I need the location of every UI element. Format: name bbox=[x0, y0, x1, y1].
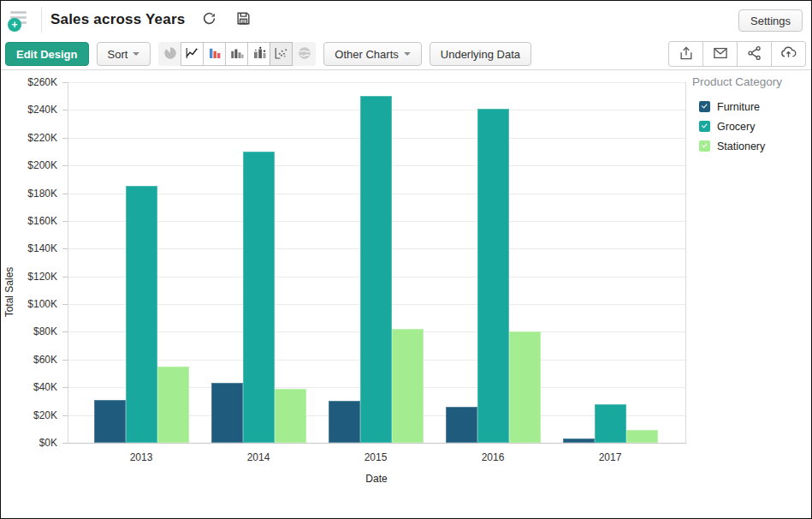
y-axis-line bbox=[68, 82, 68, 443]
x-tick-label: 2015 bbox=[324, 451, 427, 463]
y-tick-label: $240K bbox=[1, 104, 57, 116]
bar-stationery-2017[interactable] bbox=[626, 430, 658, 443]
chart-area: $0K$20K$40K$60K$80K$100K$120K$140K$160K$… bbox=[1, 70, 811, 518]
checkbox-checked-icon bbox=[699, 140, 710, 152]
scatter-chart-button[interactable] bbox=[270, 42, 293, 66]
y-tick-label: $80K bbox=[1, 325, 57, 337]
legend-label: Stationery bbox=[717, 140, 765, 152]
settings-button[interactable]: Settings bbox=[738, 9, 803, 32]
checkbox-checked-icon bbox=[699, 121, 710, 132]
hamburger-line bbox=[10, 11, 27, 14]
legend-label: Grocery bbox=[717, 121, 755, 133]
bar-marked-icon bbox=[252, 45, 267, 63]
pie-icon bbox=[163, 45, 178, 63]
menu-add-icon[interactable]: + bbox=[9, 9, 34, 31]
legend-item-furniture[interactable]: Furniture bbox=[692, 97, 808, 116]
gridline bbox=[68, 82, 685, 83]
globe-icon bbox=[297, 45, 312, 63]
checkbox-checked-icon bbox=[699, 101, 710, 112]
bar-grocery-2017[interactable] bbox=[595, 404, 626, 443]
bar-furniture-2014[interactable] bbox=[211, 383, 243, 443]
legend-title: Product Category bbox=[692, 75, 808, 88]
column-chart-icon bbox=[229, 45, 245, 63]
email-icon bbox=[712, 45, 729, 64]
x-axis-line bbox=[68, 443, 686, 444]
y-axis-title: Total Sales bbox=[3, 258, 15, 326]
bar-furniture-2015[interactable] bbox=[329, 401, 360, 443]
bar-marked-chart-button[interactable] bbox=[247, 42, 270, 66]
column-chart-button[interactable] bbox=[225, 42, 248, 66]
chevron-down-icon bbox=[133, 52, 139, 56]
bar-grocery-2016[interactable] bbox=[477, 109, 509, 443]
save-button[interactable] bbox=[233, 9, 253, 30]
line-chart-button[interactable] bbox=[181, 42, 204, 66]
x-axis-title: Date bbox=[325, 473, 428, 485]
legend-item-stationery[interactable]: Stationery bbox=[692, 136, 808, 156]
header-separator bbox=[41, 7, 42, 33]
email-button[interactable] bbox=[702, 41, 738, 67]
chart-type-group bbox=[158, 42, 316, 66]
toolbar: Edit Design Sort bbox=[1, 39, 811, 70]
plot-right-border bbox=[685, 82, 686, 443]
y-tick-label: $220K bbox=[1, 132, 57, 144]
y-tick-label: $60K bbox=[1, 354, 57, 366]
x-tick-label: 2014 bbox=[207, 451, 310, 463]
y-tick-label: $20K bbox=[1, 409, 57, 421]
chevron-down-icon bbox=[404, 52, 411, 56]
y-tick-label: $260K bbox=[1, 76, 57, 88]
x-tick-label: 2016 bbox=[442, 451, 544, 463]
share-icon bbox=[746, 45, 763, 64]
bar-stationery-2015[interactable] bbox=[392, 329, 424, 443]
bar-grocery-2013[interactable] bbox=[126, 186, 157, 443]
y-tick-label: $40K bbox=[1, 381, 57, 393]
legend-item-grocery[interactable]: Grocery bbox=[692, 116, 808, 136]
legend: Product Category Furniture Grocery Stati… bbox=[692, 75, 808, 156]
bar-chart-button[interactable] bbox=[203, 42, 226, 66]
refresh-icon bbox=[201, 10, 217, 29]
y-tick-label: $140K bbox=[1, 242, 57, 254]
app-window: + Sales across Years Settings Edit Desig… bbox=[0, 0, 812, 519]
refresh-button[interactable] bbox=[199, 9, 219, 30]
page-title: Sales across Years bbox=[50, 11, 185, 28]
edit-design-button[interactable]: Edit Design bbox=[5, 42, 89, 66]
bar-chart-colored-icon bbox=[207, 45, 222, 63]
header: + Sales across Years Settings bbox=[1, 1, 811, 39]
publish-button[interactable] bbox=[771, 41, 806, 67]
y-tick-label: $180K bbox=[1, 188, 57, 200]
export-icon bbox=[678, 45, 695, 64]
bar-stationery-2016[interactable] bbox=[509, 331, 541, 443]
bar-stationery-2013[interactable] bbox=[157, 367, 189, 443]
bar-furniture-2013[interactable] bbox=[94, 400, 126, 443]
bar-stationery-2014[interactable] bbox=[275, 389, 306, 443]
sort-button[interactable]: Sort bbox=[97, 42, 151, 66]
y-tick-label: $160K bbox=[1, 215, 57, 227]
x-tick-label: 2017 bbox=[559, 451, 661, 463]
other-charts-label: Other Charts bbox=[335, 48, 398, 61]
line-chart-icon bbox=[185, 45, 200, 63]
share-button-group bbox=[668, 41, 806, 67]
scatter-icon bbox=[274, 45, 289, 63]
sort-button-label: Sort bbox=[108, 48, 128, 61]
other-charts-button[interactable]: Other Charts bbox=[323, 42, 421, 66]
share-button[interactable] bbox=[737, 41, 772, 67]
export-button[interactable] bbox=[668, 41, 703, 67]
pie-chart-button[interactable] bbox=[158, 42, 181, 66]
y-tick-label: $200K bbox=[1, 159, 57, 171]
y-tick-label: $0K bbox=[1, 437, 57, 449]
underlying-data-button[interactable]: Underlying Data bbox=[430, 42, 531, 66]
publish-cloud-icon bbox=[779, 44, 797, 64]
bar-grocery-2014[interactable] bbox=[243, 152, 275, 443]
bar-grocery-2015[interactable] bbox=[360, 96, 392, 443]
map-chart-button[interactable] bbox=[293, 42, 316, 66]
x-tick-label: 2013 bbox=[90, 451, 193, 463]
plot-canvas: $0K$20K$40K$60K$80K$100K$120K$140K$160K$… bbox=[1, 70, 811, 518]
bar-furniture-2016[interactable] bbox=[446, 407, 477, 443]
legend-label: Furniture bbox=[717, 101, 760, 113]
save-icon bbox=[235, 10, 252, 29]
add-plus-icon: + bbox=[8, 18, 21, 32]
